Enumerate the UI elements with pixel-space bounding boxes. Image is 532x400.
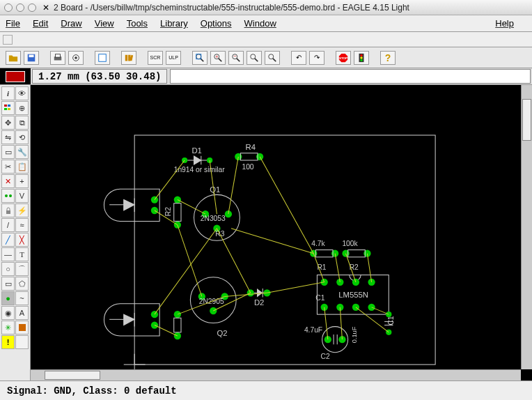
route-tool[interactable]: ╱: [1, 233, 15, 247]
rotate-tool[interactable]: ⟲: [15, 130, 29, 144]
mark-tool[interactable]: ⊕: [15, 101, 29, 115]
copy-tool[interactable]: ⧉: [15, 116, 29, 130]
show-tool[interactable]: 👁: [15, 86, 29, 100]
svg-marker-40: [124, 200, 134, 210]
auto-tool[interactable]: [15, 321, 29, 334]
close-window-button[interactable]: [4, 3, 13, 12]
schematic-button[interactable]: [95, 51, 110, 65]
zoom-window-button[interactable]: [28, 3, 36, 12]
svg-rect-27: [8, 105, 10, 107]
svg-line-131: [267, 282, 324, 293]
zoom-out-button[interactable]: −: [228, 51, 244, 65]
svg-rect-29: [8, 108, 10, 110]
pinswap-tool[interactable]: [1, 189, 15, 203]
menu-draw[interactable]: Draw: [61, 18, 81, 29]
svg-rect-26: [4, 105, 7, 107]
replace-tool[interactable]: V: [15, 189, 29, 203]
paste-tool[interactable]: 📋: [15, 160, 29, 174]
svg-line-123: [228, 157, 238, 214]
ulp-button[interactable]: ULP: [166, 51, 181, 65]
signal-tool[interactable]: ~: [15, 291, 29, 305]
polygon-tool[interactable]: ⬠: [15, 277, 29, 291]
script-button[interactable]: SCR: [148, 51, 163, 65]
zoom-redraw-button[interactable]: [247, 51, 262, 65]
svg-text:C1: C1: [315, 294, 324, 302]
svg-point-24: [360, 56, 363, 59]
redo-button[interactable]: ↷: [309, 51, 324, 65]
cut-tool[interactable]: ✂: [1, 160, 15, 174]
svg-text:2N3053: 2N3053: [201, 215, 226, 222]
mirror-tool[interactable]: ⇋: [1, 130, 15, 144]
display-tool[interactable]: [1, 101, 15, 115]
hole-tool[interactable]: ◉: [1, 306, 15, 320]
menu-library[interactable]: Library: [160, 18, 188, 29]
split-tool[interactable]: /: [1, 218, 15, 232]
grid-button[interactable]: [3, 35, 13, 45]
group-tool[interactable]: ▭: [1, 145, 15, 159]
text-tool[interactable]: T: [15, 247, 29, 261]
grid-toolbar: [0, 32, 532, 47]
lock-tool[interactable]: [1, 203, 15, 217]
wire-tool[interactable]: —: [1, 247, 15, 261]
attribute-tool[interactable]: A: [15, 306, 29, 320]
svg-point-23: [360, 54, 363, 56]
menu-bar: File Edit Draw View Tools Library Option…: [0, 15, 532, 32]
arc-tool[interactable]: ⌒: [15, 262, 29, 276]
ripup-tool[interactable]: ╳: [15, 233, 29, 247]
board-canvas[interactable]: D1 1n914 or similar R4 100 Q1 2N3053 R3 …: [31, 85, 532, 380]
save-button[interactable]: [24, 51, 39, 65]
via-tool[interactable]: ●: [1, 291, 15, 305]
svg-point-103: [368, 304, 375, 311]
svg-line-130: [225, 293, 267, 296]
zoom-fit-button[interactable]: [192, 51, 208, 65]
help-button[interactable]: ?: [380, 51, 396, 65]
menu-view[interactable]: View: [95, 18, 114, 29]
menu-edit[interactable]: Edit: [33, 18, 48, 29]
minimize-window-button[interactable]: [16, 3, 24, 12]
svg-text:1n914 or similar: 1n914 or similar: [174, 166, 226, 174]
stop-button[interactable]: STOP: [336, 51, 351, 65]
add-tool[interactable]: +: [15, 174, 29, 188]
svg-text:C2: C2: [321, 353, 330, 360]
ratsnest-tool[interactable]: ✳: [1, 321, 15, 334]
command-input[interactable]: [170, 69, 531, 84]
menu-window[interactable]: Window: [244, 18, 276, 29]
drc-tool[interactable]: [15, 335, 29, 349]
svg-line-11: [219, 58, 221, 61]
move-tool[interactable]: ✥: [1, 116, 15, 130]
layer-selector[interactable]: [0, 68, 31, 84]
go-button[interactable]: [354, 51, 369, 65]
svg-line-141: [231, 229, 313, 254]
svg-rect-90: [348, 250, 366, 257]
horizontal-scrollbar[interactable]: [31, 369, 521, 380]
svg-line-137: [340, 307, 342, 339]
svg-rect-1: [29, 54, 34, 57]
vertical-scrollbar[interactable]: [521, 85, 532, 369]
delete-tool[interactable]: ✕: [1, 174, 15, 188]
erc-tool[interactable]: !: [1, 335, 15, 349]
svg-text:C1: C1: [387, 316, 395, 325]
cam-button[interactable]: [68, 51, 84, 65]
svg-text:100: 100: [242, 163, 253, 171]
svg-line-17: [255, 58, 258, 61]
info-tool[interactable]: i: [1, 86, 15, 100]
menu-file[interactable]: File: [6, 18, 20, 29]
rect-tool[interactable]: ▭: [1, 277, 15, 291]
change-tool[interactable]: 🔧: [15, 145, 29, 159]
circle-tool[interactable]: ○: [1, 262, 15, 276]
undo-button[interactable]: ↶: [291, 51, 306, 65]
svg-rect-56: [240, 153, 258, 160]
print-button[interactable]: [50, 51, 65, 65]
zoom-select-button[interactable]: [265, 51, 280, 65]
zoom-in-button[interactable]: +: [210, 51, 226, 65]
library-button[interactable]: [121, 51, 136, 65]
svg-point-25: [360, 59, 363, 61]
menu-help[interactable]: Help: [495, 18, 514, 29]
smash-tool[interactable]: ⚡: [15, 203, 29, 217]
svg-text:−: −: [233, 54, 236, 59]
open-button[interactable]: [6, 51, 21, 65]
svg-point-5: [75, 56, 77, 59]
optimize-tool[interactable]: ≈: [15, 218, 29, 232]
menu-tools[interactable]: Tools: [127, 18, 148, 29]
menu-options[interactable]: Options: [201, 18, 232, 29]
